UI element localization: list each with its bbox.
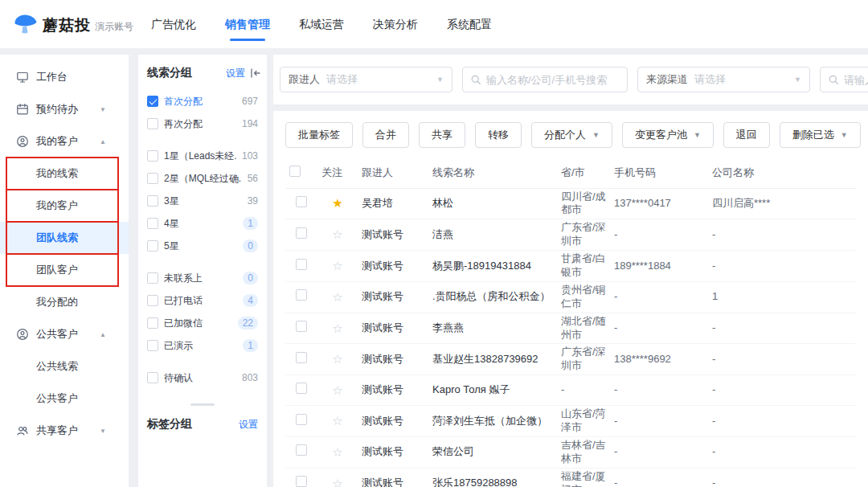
- sidebar-item[interactable]: 团队线索: [0, 222, 129, 254]
- select-all-checkbox[interactable]: [289, 166, 301, 177]
- row-checkbox[interactable]: [296, 352, 307, 363]
- source-filter-select[interactable]: 来源渠道 请选择 ▼: [637, 67, 810, 92]
- tag-groups-settings-link[interactable]: 设置: [239, 418, 258, 432]
- sidebar-item[interactable]: 公共客户: [0, 383, 129, 415]
- lead-group-item[interactable]: 1星（Leads未经...103: [147, 145, 258, 167]
- lead-group-item[interactable]: 2星（MQL经过确...56: [147, 167, 258, 190]
- checkbox[interactable]: [147, 317, 158, 329]
- sidebar-item[interactable]: 共享客户▼: [0, 415, 129, 447]
- sidebar-item[interactable]: 公共线索: [0, 350, 129, 383]
- checkbox[interactable]: [147, 272, 158, 284]
- cell-company: -: [708, 406, 856, 437]
- row-checkbox[interactable]: [296, 259, 307, 270]
- lead-group-item[interactable]: 5星0: [147, 235, 258, 257]
- toolbar-button[interactable]: 删除已选▼: [780, 122, 861, 148]
- sidebar-item[interactable]: 我分配的: [0, 286, 129, 318]
- sidebar-item[interactable]: 公共客户▲: [0, 318, 129, 350]
- lead-group-item[interactable]: 3星39: [147, 190, 258, 212]
- toolbar-button[interactable]: 分配个人▼: [531, 122, 612, 148]
- sidebar-item-label: 共享客户: [36, 424, 78, 438]
- nav-item[interactable]: 广告优化: [137, 0, 211, 48]
- checkbox[interactable]: [147, 218, 158, 229]
- row-checkbox[interactable]: [296, 383, 307, 394]
- row-checkbox[interactable]: [296, 444, 307, 456]
- star-empty-icon[interactable]: ☆: [332, 445, 342, 459]
- toolbar-button[interactable]: 合并: [362, 122, 409, 148]
- toolbar-button[interactable]: 转移: [475, 122, 522, 148]
- star-empty-icon[interactable]: ☆: [332, 290, 342, 304]
- star-empty-icon[interactable]: ☆: [332, 352, 342, 366]
- toolbar-button[interactable]: 批量标签: [285, 122, 353, 148]
- group-count: 194: [242, 118, 258, 129]
- star-empty-icon[interactable]: ☆: [332, 227, 342, 241]
- row-checkbox[interactable]: [296, 227, 307, 239]
- chevron-up-icon: ▲: [100, 138, 106, 145]
- group-label: 1星（Leads未经...: [164, 149, 236, 163]
- company-search: [820, 67, 868, 92]
- toolbar-button[interactable]: 变更客户池▼: [622, 122, 714, 148]
- lead-group-item[interactable]: 再次分配194: [147, 113, 258, 135]
- checkbox[interactable]: [147, 295, 158, 306]
- cell-name: .贵阳杨总（房和公积金）: [428, 281, 557, 313]
- star-empty-icon[interactable]: ☆: [332, 477, 342, 487]
- checkbox[interactable]: [147, 118, 158, 129]
- row-checkbox[interactable]: [296, 289, 307, 301]
- cell-follower: 测试账号: [358, 375, 428, 406]
- table-row: ★吴君培林松四川省/成都市137****0417四川启高****: [285, 188, 856, 219]
- nav-item[interactable]: 系统配置: [432, 0, 506, 48]
- lead-groups-settings-link[interactable]: 设置: [226, 67, 245, 80]
- table-row: ☆测试账号荣信公司吉林省/吉林市--: [285, 436, 856, 468]
- checkbox[interactable]: [147, 150, 158, 162]
- star-cell: ☆: [317, 344, 358, 375]
- checkbox[interactable]: [147, 96, 158, 107]
- row-checkbox[interactable]: [296, 196, 307, 207]
- sidebar-item[interactable]: 预约待办▼: [0, 93, 129, 125]
- group-count: 0: [243, 272, 258, 284]
- sidebar-item[interactable]: 我的客户: [0, 190, 129, 222]
- group-count: 803: [242, 372, 258, 383]
- top-nav-menu: 广告优化销售管理私域运营决策分析系统配置: [137, 0, 506, 48]
- sidebar-item[interactable]: 我的客户▲: [0, 125, 129, 158]
- checkbox[interactable]: [147, 240, 158, 252]
- lead-group-item[interactable]: 未联系上0: [147, 267, 258, 289]
- nav-item[interactable]: 私域运营: [285, 0, 358, 48]
- row-checkbox[interactable]: [296, 321, 307, 332]
- table-header-checkbox-cell: [285, 158, 317, 188]
- row-checkbox[interactable]: [296, 414, 307, 425]
- star-filled-icon[interactable]: ★: [332, 196, 342, 210]
- cell-region: 广东省/深圳市: [557, 219, 610, 251]
- sidebar-item[interactable]: 工作台: [0, 61, 129, 93]
- lead-group-item[interactable]: 首次分配697: [147, 90, 258, 113]
- lead-group-item[interactable]: 已打电话4: [147, 289, 258, 312]
- nav-item[interactable]: 销售管理: [211, 0, 285, 48]
- checkbox[interactable]: [147, 340, 158, 351]
- lead-group-item[interactable]: 已演示1: [147, 334, 258, 357]
- lead-group-item[interactable]: 已加微信22: [147, 312, 258, 334]
- checkbox[interactable]: [147, 173, 158, 184]
- collapse-panel-icon[interactable]: [250, 68, 261, 79]
- star-empty-icon[interactable]: ☆: [332, 383, 342, 397]
- sidebar-item[interactable]: 我的线索: [0, 158, 129, 190]
- star-empty-icon[interactable]: ☆: [332, 321, 342, 335]
- cell-region: 吉林省/吉林市: [557, 436, 610, 468]
- cell-company: -: [708, 468, 856, 487]
- row-checkbox[interactable]: [296, 476, 307, 487]
- lead-group-item[interactable]: 待确认803: [147, 366, 258, 389]
- toolbar-button[interactable]: 共享: [419, 122, 465, 148]
- chevron-down-icon: ▼: [100, 428, 106, 435]
- star-empty-icon[interactable]: ☆: [332, 259, 342, 272]
- company-search-input[interactable]: [844, 74, 868, 86]
- name-search-input[interactable]: [486, 74, 620, 86]
- lead-group-item[interactable]: 4星1: [147, 212, 258, 235]
- logo: 蘑菇投 演示账号: [13, 13, 133, 35]
- sidebar-item[interactable]: 团队客户: [0, 254, 129, 286]
- nav-item[interactable]: 决策分析: [358, 0, 432, 48]
- table-header: 省/市: [557, 158, 610, 188]
- row-checkbox-cell: [285, 251, 317, 282]
- checkbox[interactable]: [147, 372, 158, 383]
- follower-filter-label: 跟进人: [289, 72, 320, 87]
- checkbox[interactable]: [147, 195, 158, 207]
- toolbar-button[interactable]: 退回: [723, 122, 770, 148]
- star-empty-icon[interactable]: ☆: [332, 414, 342, 428]
- follower-filter-select[interactable]: 跟进人 请选择 ▼: [280, 67, 452, 92]
